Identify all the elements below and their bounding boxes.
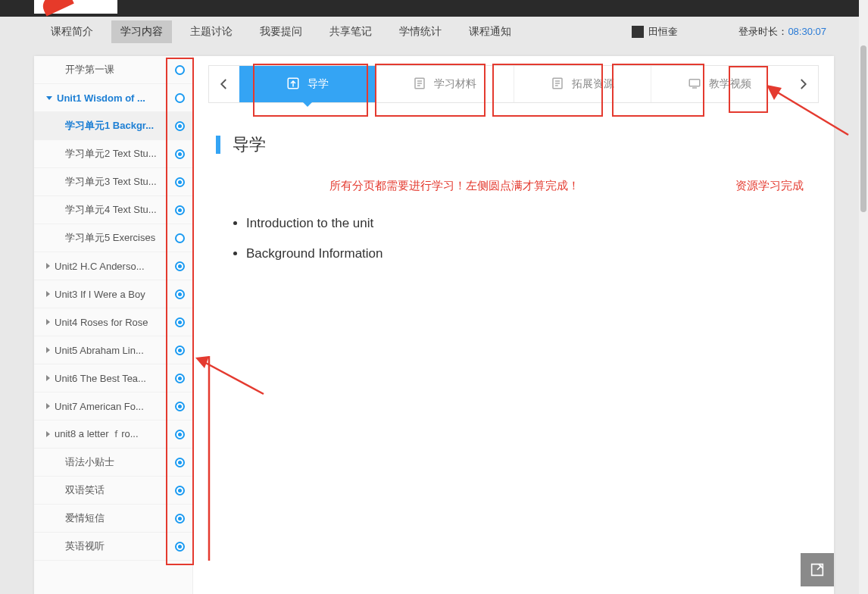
bullet-item-1: Background Information [246, 246, 811, 261]
edit-fab-button[interactable] [801, 553, 834, 586]
caret-right-icon [46, 319, 50, 325]
caret-right-icon [46, 375, 50, 381]
logo [34, 0, 117, 14]
content-tab-label: 拓展资源 [572, 77, 614, 91]
video-icon [688, 77, 701, 92]
progress-dot-icon [175, 233, 185, 243]
sidebar-item-label: Unit3 If I Were a Boy [55, 289, 172, 300]
scrollbar-vertical[interactable] [859, 0, 868, 594]
sidebar-item-15[interactable]: 双语笑话 [34, 477, 192, 505]
progress-dot-icon [175, 374, 185, 383]
content-tab-label: 学习材料 [434, 77, 476, 91]
sidebar-item-label: 学习单元2 Text Stu... [65, 147, 172, 161]
nav-tab-5[interactable]: 学情统计 [390, 20, 451, 43]
sidebar-item-6[interactable]: 学习单元5 Exercises [34, 224, 192, 252]
caret-right-icon [46, 291, 50, 297]
sidebar-item-label: Unit1 Wisdom of ... [57, 92, 172, 104]
sidebar-item-4[interactable]: 学习单元3 Text Stu... [34, 168, 192, 196]
edit-icon [809, 561, 826, 578]
sidebar-item-label: 英语视听 [65, 539, 172, 553]
caret-down-icon [46, 96, 52, 100]
tabstrip-prev-button[interactable] [209, 66, 239, 102]
content-tab-3[interactable]: 教学视频 [651, 66, 788, 102]
sidebar-item-label: Unit7 American Fo... [55, 401, 172, 412]
sidebar-item-7[interactable]: Unit2 H.C Anderso... [34, 252, 192, 280]
nav-tab-0[interactable]: 课程简介 [42, 20, 102, 43]
doc-icon [551, 77, 564, 92]
sidebar-item-11[interactable]: Unit6 The Best Tea... [34, 364, 192, 392]
guide-icon [286, 77, 300, 92]
content-area: 导学学习材料拓展资源教学视频 导学 所有分页都需要进行学习！左侧圆点满才算完成！… [193, 56, 834, 594]
sidebar-item-label: 双语笑话 [65, 483, 172, 497]
sidebar-item-2[interactable]: 学习单元1 Backgr... [34, 112, 192, 140]
login-time: 登录时长：08:30:07 [738, 25, 826, 39]
main-area: 开学第一课Unit1 Wisdom of ...学习单元1 Backgr...学… [34, 56, 834, 594]
user-area[interactable]: 田恒奎 [632, 25, 678, 39]
chevron-right-icon [796, 77, 810, 91]
nav-tab-1[interactable]: 学习内容 [111, 20, 172, 43]
sidebar-item-8[interactable]: Unit3 If I Were a Boy [34, 280, 192, 308]
content-tab-0[interactable]: 导学 [239, 66, 376, 102]
progress-dot-icon [175, 458, 185, 467]
scrollbar-thumb[interactable] [860, 45, 866, 212]
sidebar-item-9[interactable]: Unit4 Roses for Rose [34, 308, 192, 336]
sidebar-item-5[interactable]: 学习单元4 Text Stu... [34, 196, 192, 224]
sidebar-item-14[interactable]: 语法小贴士 [34, 449, 192, 477]
sidebar-item-label: Unit5 Abraham Lin... [55, 345, 172, 356]
progress-dot-icon [175, 514, 185, 524]
svg-rect-9 [689, 79, 700, 86]
content-tabstrip: 导学学习材料拓展资源教学视频 [208, 65, 819, 103]
section: 导学 所有分页都需要进行学习！左侧圆点满才算完成！ 资源学习完成 Introdu… [208, 103, 819, 284]
progress-dot-icon [175, 121, 185, 131]
nav-tab-3[interactable]: 我要提问 [251, 20, 311, 43]
sidebar-item-1[interactable]: Unit1 Wisdom of ... [34, 84, 192, 112]
content-tab-label: 教学视频 [709, 77, 751, 91]
sidebar-item-16[interactable]: 爱情短信 [34, 505, 192, 533]
progress-dot-icon [175, 205, 185, 215]
content-tab-1[interactable]: 学习材料 [376, 66, 514, 102]
progress-dot-icon [175, 261, 185, 271]
progress-dot-icon [175, 93, 185, 103]
sidebar-item-13[interactable]: unit8 a letter ｆro... [34, 420, 192, 449]
sidebar-item-label: 学习单元4 Text Stu... [65, 203, 172, 217]
progress-dot-icon [175, 542, 185, 552]
nav-tab-2[interactable]: 主题讨论 [181, 20, 242, 43]
caret-right-icon [46, 403, 50, 409]
sidebar-item-3[interactable]: 学习单元2 Text Stu... [34, 140, 192, 168]
section-notes: 所有分页都需要进行学习！左侧圆点满才算完成！ 资源学习完成 [216, 179, 811, 216]
note-right: 资源学习完成 [735, 179, 804, 193]
doc-icon [413, 77, 426, 92]
avatar-icon [632, 26, 644, 38]
sidebar-item-label: unit8 a letter ｆro... [55, 427, 172, 441]
sidebar[interactable]: 开学第一课Unit1 Wisdom of ...学习单元1 Backgr...学… [34, 56, 193, 594]
section-title: 导学 [216, 133, 811, 156]
bullet-item-0: Introduction to the unit [246, 216, 811, 231]
sidebar-item-label: 学习单元1 Backgr... [65, 119, 172, 133]
content-tab-2[interactable]: 拓展资源 [514, 66, 651, 102]
nav-tab-6[interactable]: 课程通知 [460, 20, 520, 43]
sidebar-item-label: Unit6 The Best Tea... [55, 373, 172, 384]
progress-dot-icon [175, 402, 185, 411]
progress-dot-icon [175, 345, 185, 355]
sidebar-item-label: 语法小贴士 [65, 455, 172, 469]
caret-right-icon [46, 263, 50, 269]
nav-tab-4[interactable]: 共享笔记 [320, 20, 381, 43]
progress-dot-icon [175, 317, 185, 327]
bullet-list: Introduction to the unitBackground Infor… [216, 216, 811, 261]
sidebar-item-12[interactable]: Unit7 American Fo... [34, 392, 192, 420]
caret-right-icon [46, 347, 50, 353]
sidebar-item-10[interactable]: Unit5 Abraham Lin... [34, 336, 192, 364]
tabstrip-next-button[interactable] [788, 66, 818, 102]
progress-dot-icon [175, 177, 185, 187]
progress-dot-icon [175, 289, 185, 299]
sidebar-item-label: 学习单元5 Exercises [65, 231, 172, 245]
content-tab-label: 导学 [308, 77, 329, 91]
user-name: 田恒奎 [648, 25, 678, 39]
chevron-left-icon [217, 77, 231, 91]
sidebar-item-17[interactable]: 英语视听 [34, 533, 192, 561]
nav-bar: 课程简介学习内容主题讨论我要提问共享笔记学情统计课程通知 田恒奎 登录时长：08… [0, 17, 868, 47]
progress-dot-icon [175, 430, 185, 439]
sidebar-item-0[interactable]: 开学第一课 [34, 56, 192, 84]
sidebar-item-label: 爱情短信 [65, 511, 172, 525]
sidebar-item-label: 学习单元3 Text Stu... [65, 175, 172, 189]
